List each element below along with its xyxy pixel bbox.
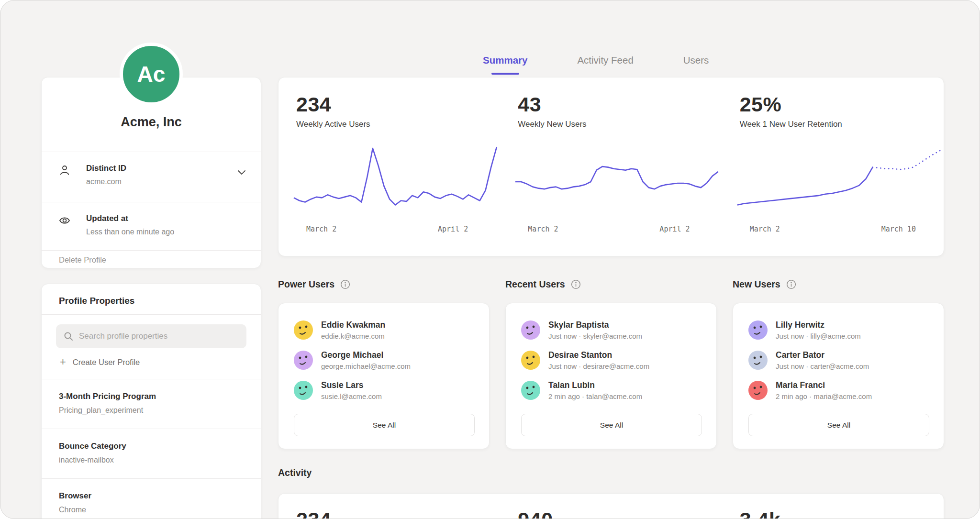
x-axis-label: March 2 xyxy=(750,225,780,233)
property-row-bounce-category[interactable]: Bounce Category inactive-mailbox xyxy=(42,429,261,478)
user-subtext: eddie.k@acme.com xyxy=(321,332,385,340)
avatar xyxy=(294,381,313,400)
doodle-face-icon xyxy=(521,320,540,340)
company-avatar: Ac xyxy=(120,43,183,106)
new-users-header: New Users xyxy=(733,278,944,290)
activity-stat-value: 940 xyxy=(518,508,722,519)
company-profile-card: Acme, Inc Distinct ID acme.com Updated a… xyxy=(41,77,261,268)
stat-weekly-active-users: 234 Weekly Active Users March 2 April 2 xyxy=(278,77,500,256)
property-value: Chrome xyxy=(59,506,246,514)
delete-profile-button[interactable]: Delete Profile xyxy=(42,251,261,269)
chevron-down-icon[interactable] xyxy=(238,170,245,175)
user-subtext: Just now · desirare@acme.com xyxy=(548,362,649,370)
user-subtext: Just now · lilly@acme.com xyxy=(776,332,861,340)
user-item[interactable]: Lilly Herwitz Just now · lilly@acme.com xyxy=(748,315,929,345)
distinct-id-row[interactable]: Distinct ID acme.com xyxy=(42,152,261,202)
x-axis-label: March 10 xyxy=(881,225,916,233)
user-item[interactable]: Maria Franci 2 min ago · maria@acme.com xyxy=(748,375,929,405)
user-item[interactable]: Susie Lars susie.l@acme.com xyxy=(294,375,475,405)
doodle-face-icon xyxy=(748,351,768,370)
weekly-active-users-sparkline: March 2 April 2 xyxy=(294,141,497,239)
avatar xyxy=(748,320,768,340)
app-frame: Ac Acme, Inc Distinct ID acme.com Update… xyxy=(0,0,980,519)
create-user-profile-button[interactable]: + Create User Profile xyxy=(60,357,246,367)
profile-properties-title: Profile Properties xyxy=(42,284,261,314)
user-item[interactable]: George Michael george.michael@acme.com xyxy=(294,345,475,375)
stat-value: 25% xyxy=(740,93,944,116)
user-name: Talan Lubin xyxy=(548,380,642,390)
user-item[interactable]: Skylar Baptista Just now · skyler@acme.c… xyxy=(521,315,702,345)
avatar xyxy=(294,351,313,370)
doodle-face-icon xyxy=(294,351,313,370)
activity-section-title: Activity xyxy=(278,467,312,478)
user-item[interactable]: Talan Lubin 2 min ago · talan@acme.com xyxy=(521,375,702,405)
avatar xyxy=(521,320,540,340)
summary-stats-card: 234 Weekly Active Users March 2 April 2 … xyxy=(278,77,944,256)
info-icon[interactable] xyxy=(571,279,581,289)
property-row-pricing-program[interactable]: 3-Month Pricing Program Pricing_plan_exp… xyxy=(42,379,261,429)
stat-value: 43 xyxy=(518,93,722,116)
doodle-face-icon xyxy=(521,351,540,370)
user-lists-row: Power Users Eddie Kwakman eddie.k@acme.c… xyxy=(278,278,944,449)
updated-at-row: Updated at Less than one minute ago xyxy=(42,202,261,250)
see-all-button[interactable]: See All xyxy=(748,414,929,436)
profile-properties-card: Profile Properties + Create User Profile… xyxy=(41,284,261,519)
info-icon[interactable] xyxy=(786,279,796,289)
user-name: Skylar Baptista xyxy=(548,320,642,330)
user-name: Susie Lars xyxy=(321,380,382,390)
search-icon xyxy=(64,331,73,341)
property-label: Browser xyxy=(59,491,246,501)
week1-retention-sparkline: March 2 March 10 xyxy=(737,141,940,239)
distinct-id-value: acme.com xyxy=(86,177,246,186)
property-value: inactive-mailbox xyxy=(59,456,246,464)
user-name: George Michael xyxy=(321,350,411,360)
user-item[interactable]: Desirae Stanton Just now · desirare@acme… xyxy=(521,345,702,375)
weekly-new-users-sparkline: March 2 April 2 xyxy=(515,141,718,239)
property-row-browser[interactable]: Browser Chrome xyxy=(42,478,261,519)
property-label: Bounce Category xyxy=(59,442,246,451)
user-subtext: 2 min ago · talan@acme.com xyxy=(548,392,642,400)
x-axis-label: April 2 xyxy=(659,225,690,233)
recent-users-column: Recent Users Skylar Baptista Just now · … xyxy=(505,278,717,449)
user-name: Desirae Stanton xyxy=(548,350,649,360)
stat-label: Weekly Active Users xyxy=(296,120,500,129)
see-all-button[interactable]: See All xyxy=(294,414,475,436)
user-subtext: Just now · skyler@acme.com xyxy=(548,332,642,340)
person-icon xyxy=(59,165,70,176)
user-subtext: susie.l@acme.com xyxy=(321,392,382,400)
search-profile-properties-input[interactable] xyxy=(78,331,239,342)
tab-summary[interactable]: Summary xyxy=(483,55,527,75)
new-users-card: Lilly Herwitz Just now · lilly@acme.com … xyxy=(733,303,944,449)
power-users-column: Power Users Eddie Kwakman eddie.k@acme.c… xyxy=(278,278,490,449)
power-users-header: Power Users xyxy=(278,278,490,290)
see-all-button[interactable]: See All xyxy=(521,414,702,436)
user-name: Maria Franci xyxy=(776,380,872,390)
x-axis-label: April 2 xyxy=(438,225,468,233)
avatar xyxy=(521,381,540,400)
info-icon[interactable] xyxy=(340,279,350,289)
user-name: Lilly Herwitz xyxy=(776,320,861,330)
recent-users-card: Skylar Baptista Just now · skyler@acme.c… xyxy=(505,303,717,449)
user-item[interactable]: Eddie Kwakman eddie.k@acme.com xyxy=(294,315,475,345)
updated-at-label: Updated at xyxy=(86,214,246,223)
user-name: Carter Bator xyxy=(776,350,869,360)
property-value: Pricing_plan_experiment xyxy=(59,406,246,415)
property-label: 3-Month Pricing Program xyxy=(59,392,246,401)
power-users-card: Eddie Kwakman eddie.k@acme.com George Mi… xyxy=(278,303,490,449)
x-axis-label: March 2 xyxy=(306,225,336,233)
new-users-column: New Users Lilly Herwitz Just now · lilly… xyxy=(733,278,944,449)
tab-activity-feed[interactable]: Activity Feed xyxy=(577,55,633,75)
avatar xyxy=(294,320,313,340)
active-tab-underline xyxy=(491,73,519,75)
search-profile-properties-box[interactable] xyxy=(56,324,246,348)
user-subtext: george.michael@acme.com xyxy=(321,362,411,370)
tab-users[interactable]: Users xyxy=(683,55,709,75)
user-subtext: Just now · carter@acme.com xyxy=(776,362,869,370)
user-subtext: 2 min ago · maria@acme.com xyxy=(776,392,872,400)
recent-users-header: Recent Users xyxy=(505,278,717,290)
x-axis-label: March 2 xyxy=(528,225,558,233)
activity-stat-value: 234 xyxy=(296,508,500,519)
avatar xyxy=(521,351,540,370)
user-item[interactable]: Carter Bator Just now · carter@acme.com xyxy=(748,345,929,375)
company-avatar-initials: Ac xyxy=(137,61,166,87)
